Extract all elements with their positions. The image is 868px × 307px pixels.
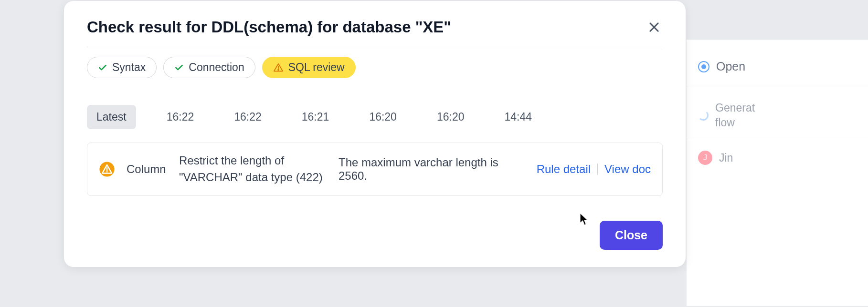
user-row: J Jin xyxy=(687,139,868,174)
time-tabs-row: Latest 16:22 16:22 16:21 16:20 16:20 14:… xyxy=(87,105,663,129)
warning-icon xyxy=(273,62,284,73)
pill-connection-label: Connection xyxy=(189,61,244,74)
time-tab-6[interactable]: 14:44 xyxy=(495,105,541,129)
time-tab-1[interactable]: 16:22 xyxy=(157,105,204,129)
time-tabs-2[interactable]: 16:22 xyxy=(224,105,271,129)
result-rule-text: Restrict the length of "VARCHAR" data ty… xyxy=(179,153,327,186)
user-name-label: Jin xyxy=(719,152,733,164)
modal-footer: Close xyxy=(87,221,663,250)
pill-sql-review-label: SQL review xyxy=(288,61,345,74)
generate-flow-text: Generat flow xyxy=(715,101,755,130)
generate-flow-row: Generat flow xyxy=(687,87,868,139)
svg-point-3 xyxy=(278,69,279,70)
time-tab-5[interactable]: 16:20 xyxy=(427,105,474,129)
pill-sql-review[interactable]: SQL review xyxy=(262,57,356,78)
result-message-text: The maximum varchar length is 2560. xyxy=(339,156,525,183)
link-divider xyxy=(597,164,598,175)
result-row: Column Restrict the length of "VARCHAR" … xyxy=(87,143,663,196)
status-open-row: Open xyxy=(687,40,868,87)
avatar: J xyxy=(698,151,712,165)
pill-syntax-label: Syntax xyxy=(112,61,146,74)
status-open-label: Open xyxy=(716,60,745,73)
result-warning-icon xyxy=(99,161,115,177)
view-doc-link[interactable]: View doc xyxy=(604,163,651,176)
modal-title: Check result for DDL(schema) for databas… xyxy=(87,18,451,36)
check-icon xyxy=(98,63,107,72)
result-category: Column xyxy=(127,163,168,176)
spinner-icon xyxy=(698,110,709,121)
radio-selected-icon xyxy=(698,61,709,72)
time-tab-4[interactable]: 16:20 xyxy=(360,105,406,129)
rule-detail-link[interactable]: Rule detail xyxy=(537,163,591,176)
modal-header: Check result for DDL(schema) for databas… xyxy=(87,18,663,47)
check-result-modal: Check result for DDL(schema) for databas… xyxy=(64,1,686,267)
result-links: Rule detail View doc xyxy=(537,163,651,176)
pill-connection[interactable]: Connection xyxy=(163,57,255,78)
check-icon xyxy=(174,63,184,72)
time-tab-latest[interactable]: Latest xyxy=(87,105,136,129)
svg-point-6 xyxy=(106,171,108,173)
close-icon xyxy=(647,20,661,34)
close-icon-button[interactable] xyxy=(646,19,663,36)
background-side-panel: Open Generat flow J Jin xyxy=(687,39,868,306)
close-button[interactable]: Close xyxy=(600,221,663,250)
time-tab-3[interactable]: 16:21 xyxy=(292,105,339,129)
pill-syntax[interactable]: Syntax xyxy=(87,57,157,78)
check-category-pills: Syntax Connection SQL review xyxy=(87,57,663,78)
